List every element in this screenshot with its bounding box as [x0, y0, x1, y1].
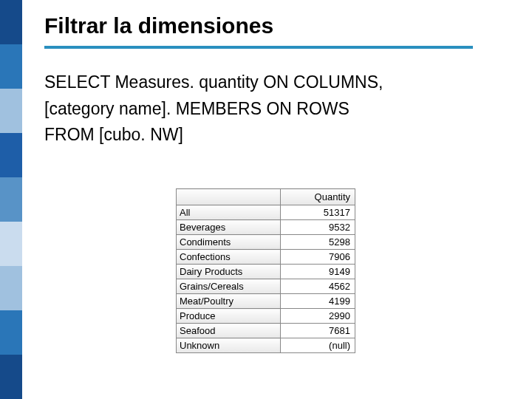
row-label: Grains/Cereals [177, 279, 281, 294]
title-underline [44, 46, 473, 49]
cell-value: 7906 [281, 250, 355, 265]
content-area: Filtrar la dimensiones SELECT Measures. … [44, 13, 510, 149]
table-row: Dairy Products 9149 [177, 265, 355, 279]
query-result-table: Quantity All 51317 Beverages 9532 Condim… [176, 188, 355, 353]
table-row: Unknown (null) [177, 338, 355, 353]
table-header-row: Quantity [177, 189, 355, 205]
table-row: Produce 2990 [177, 309, 355, 324]
cell-value: 4562 [281, 279, 355, 294]
table-row: All 51317 [177, 205, 355, 220]
table-row: Confections 7906 [177, 250, 355, 265]
cell-value: 4199 [281, 294, 355, 309]
table-row: Meat/Poultry 4199 [177, 294, 355, 309]
table-row: Seafood 7681 [177, 324, 355, 338]
mdx-query-block: SELECT Measures. quantity ON COLUMNS, [c… [44, 69, 510, 149]
code-line: SELECT Measures. quantity ON COLUMNS, [44, 69, 510, 96]
decorative-left-strip [0, 0, 22, 399]
row-label: Confections [177, 250, 281, 265]
cell-value: 9532 [281, 220, 355, 235]
row-label: Meat/Poultry [177, 294, 281, 309]
slide-title: Filtrar la dimensiones [44, 13, 510, 38]
cell-value: 7681 [281, 324, 355, 338]
slide: Filtrar la dimensiones SELECT Measures. … [0, 0, 532, 399]
row-label: Beverages [177, 220, 281, 235]
row-label: Condiments [177, 235, 281, 250]
row-label: Produce [177, 309, 281, 324]
column-header: Quantity [281, 189, 355, 205]
cell-value: 2990 [281, 309, 355, 324]
table-row: Condiments 5298 [177, 235, 355, 250]
cell-value: (null) [281, 338, 355, 353]
corner-cell [177, 189, 281, 205]
cell-value: 5298 [281, 235, 355, 250]
code-line: FROM [cubo. NW] [44, 122, 510, 149]
row-label: Dairy Products [177, 265, 281, 279]
table-row: Beverages 9532 [177, 220, 355, 235]
cell-value: 9149 [281, 265, 355, 279]
table-row: Grains/Cereals 4562 [177, 279, 355, 294]
row-label: All [177, 205, 281, 220]
row-label: Unknown [177, 338, 281, 353]
row-label: Seafood [177, 324, 281, 338]
cell-value: 51317 [281, 205, 355, 220]
code-line: [category name]. MEMBERS ON ROWS [44, 96, 510, 123]
